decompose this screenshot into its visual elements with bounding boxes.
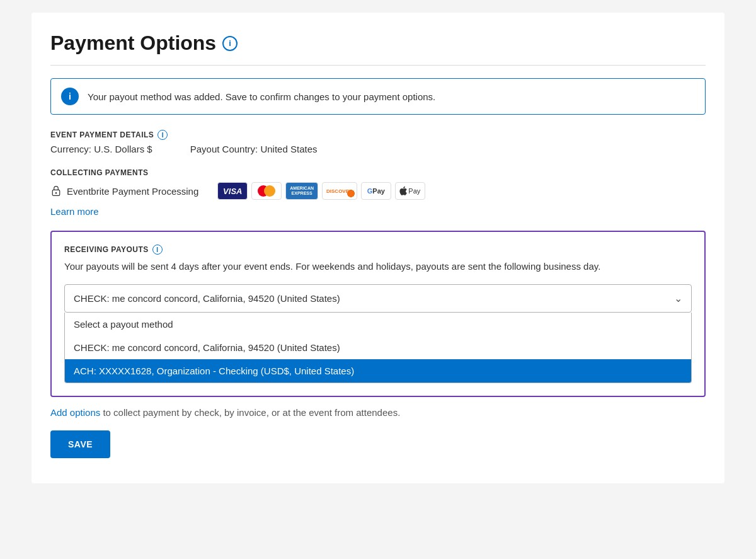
page-title-info-icon[interactable]: i: [222, 36, 238, 51]
payout-method-dropdown[interactable]: CHECK: me concord concord, California, 9…: [64, 284, 692, 383]
receiving-payouts-section: RECEIVING PAYOUTS i Your payouts will be…: [50, 231, 706, 397]
page-header: Payment Options i: [50, 32, 706, 55]
lock-icon: [50, 185, 62, 197]
mc-orange-circle: [264, 185, 275, 197]
notification-icon: i: [61, 88, 79, 105]
payment-logos: VISA AMERICANEXPRESS DISCOVER G: [217, 182, 425, 200]
apay-logo: Pay: [395, 182, 425, 200]
dropdown-selected-text: CHECK: me concord concord, California, 9…: [74, 293, 340, 304]
currency-label: Currency: U.S. Dollars $: [50, 144, 152, 154]
add-options-text: Add options to collect payment by check,…: [50, 407, 706, 418]
discover-logo: DISCOVER: [322, 182, 357, 200]
add-options-link[interactable]: Add options: [50, 407, 100, 418]
payouts-description: Your payouts will be sent 4 days after y…: [64, 260, 692, 274]
mastercard-logo: [251, 182, 282, 200]
processor-label-container: Eventbrite Payment Processing: [50, 185, 198, 197]
notification-banner: i Your payout method was added. Save to …: [50, 78, 706, 115]
collecting-payments-label: COLLECTING PAYMENTS: [50, 168, 706, 177]
title-divider: [50, 65, 706, 66]
dropdown-options-list: Select a payout method CHECK: me concord…: [64, 313, 692, 383]
collecting-row: Eventbrite Payment Processing VISA AMERI…: [50, 182, 706, 200]
visa-logo: VISA: [217, 182, 248, 200]
add-options-suffix: to collect payment by check, by invoice,…: [100, 407, 400, 418]
svg-point-1: [55, 192, 57, 193]
collecting-payments-section: COLLECTING PAYMENTS Eventbrite Payment P…: [50, 168, 706, 221]
notification-text: Your payout method was added. Save to co…: [88, 91, 435, 102]
event-payment-details-section: EVENT PAYMENT DETAILS i Currency: U.S. D…: [50, 130, 706, 154]
dropdown-option-ach[interactable]: ACH: XXXXX1628, Organization - Checking …: [65, 359, 691, 383]
event-payment-row: Currency: U.S. Dollars $ Payout Country:…: [50, 144, 706, 154]
gpay-logo: G Pay: [361, 182, 391, 200]
learn-more-link[interactable]: Learn more: [50, 206, 99, 217]
dropdown-selected-value[interactable]: CHECK: me concord concord, California, 9…: [64, 284, 692, 313]
chevron-down-icon: ⌄: [674, 292, 682, 304]
apple-icon: [399, 187, 407, 195]
page-container: Payment Options i i Your payout method w…: [32, 13, 724, 483]
event-payment-details-label: EVENT PAYMENT DETAILS i: [50, 130, 706, 140]
event-payment-details-info-icon[interactable]: i: [158, 130, 168, 140]
page-title: Payment Options: [50, 32, 216, 55]
dropdown-option-check[interactable]: CHECK: me concord concord, California, 9…: [65, 336, 691, 359]
receiving-payouts-info-icon[interactable]: i: [152, 245, 163, 255]
receiving-payouts-label: RECEIVING PAYOUTS i: [64, 245, 692, 255]
processor-name: Eventbrite Payment Processing: [67, 186, 198, 197]
save-button[interactable]: SAVE: [50, 430, 110, 458]
dropdown-option-select[interactable]: Select a payout method: [65, 313, 691, 336]
amex-logo: AMERICANEXPRESS: [285, 182, 318, 200]
payout-country-label: Payout Country: United States: [190, 144, 318, 154]
